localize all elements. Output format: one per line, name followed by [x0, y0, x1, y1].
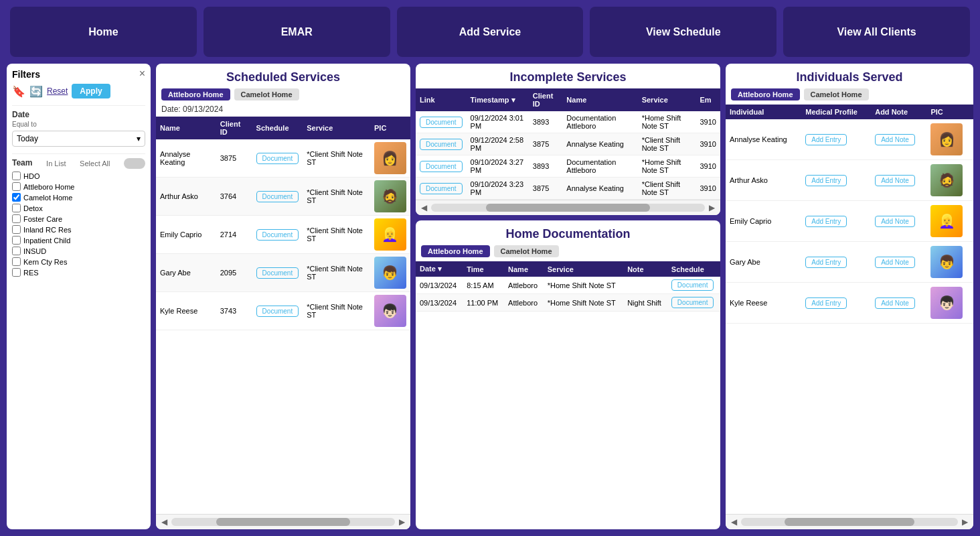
individuals-scroll[interactable]: Individual Medical Profile Add Note PIC …	[726, 105, 973, 514]
doc-btn-gary[interactable]: Document	[256, 267, 299, 279]
apply-button[interactable]: Apply	[72, 84, 110, 98]
individuals-scrollbar[interactable]: ◀ ▶	[726, 514, 973, 529]
add-note-gary[interactable]: Add Note	[875, 257, 915, 268]
col-homedoc-service: Service	[544, 261, 623, 277]
team-checkbox-inland[interactable]	[12, 225, 21, 234]
avatar-ind-gary: 👦	[930, 246, 963, 278]
add-note-kyle[interactable]: Add Note	[875, 297, 915, 309]
add-entry-annalyse[interactable]: Add Entry	[805, 134, 847, 145]
incomplete-title: Incomplete Services	[416, 64, 720, 88]
team-filter: Team In List Select All HDO Attleboro Ho…	[12, 158, 145, 279]
close-icon[interactable]: ×	[139, 68, 145, 80]
incomplete-scrollbar[interactable]: ◀ ▶	[416, 200, 720, 215]
avatar-arthur: 🧔	[374, 180, 406, 212]
individuals-tabs: Attleboro Home Camelot Home	[726, 88, 973, 105]
tab-camelot-homedoc[interactable]: Camelot Home	[494, 245, 559, 257]
view-schedule-button[interactable]: View Schedule	[590, 7, 777, 57]
filter-title: Filters	[12, 69, 145, 80]
tab-attleboro-homedoc[interactable]: Attleboro Home	[421, 245, 490, 257]
team-item-hdo: HDO	[12, 172, 145, 180]
select-all-toggle[interactable]	[124, 158, 145, 169]
col-timestamp: Timestamp ▾	[467, 88, 529, 111]
main-content: Filters × 🔖 🔄 Reset Apply Date Equal to …	[0, 64, 980, 536]
table-row: 09/13/2024 8:15 AM Attleboro *Home Shift…	[416, 277, 720, 294]
individuals-scroll-left-icon[interactable]: ◀	[731, 517, 737, 527]
team-checkbox-detox[interactable]	[12, 204, 21, 212]
table-row: Document 09/10/2024 3:23 PM 3875 Annalys…	[416, 178, 720, 200]
filter-actions: 🔖 🔄 Reset Apply	[12, 84, 145, 98]
table-row: Document 09/10/2024 3:27 PM 3893 Documen…	[416, 155, 720, 178]
col-homedoc-schedule: Schedule	[667, 261, 720, 277]
view-all-clients-button[interactable]: View All Clients	[783, 7, 970, 57]
scroll-left-icon[interactable]: ◀	[161, 517, 167, 527]
table-row: Arthur Asko Add Entry Add Note 🧔	[726, 160, 973, 201]
add-note-annalyse[interactable]: Add Note	[875, 134, 915, 145]
col-service2: Service	[638, 88, 696, 111]
team-item-kern: Kern Cty Res	[12, 257, 145, 266]
add-note-emily[interactable]: Add Note	[875, 216, 915, 227]
doc-btn-kyle[interactable]: Document	[256, 306, 299, 317]
incomplete-scroll-left-icon[interactable]: ◀	[421, 203, 427, 212]
col-link: Link	[416, 88, 467, 111]
add-entry-arthur[interactable]: Add Entry	[805, 175, 847, 186]
col-addnote: Add Note	[871, 105, 926, 119]
emar-button[interactable]: EMAR	[203, 7, 390, 57]
doc-btn-arthur[interactable]: Document	[256, 191, 299, 202]
home-button[interactable]: Home	[10, 7, 197, 57]
team-checkbox-inpatient[interactable]	[12, 236, 21, 245]
team-item-foster: Foster Care	[12, 214, 145, 223]
incomplete-doc-1[interactable]: Document	[420, 117, 463, 128]
team-checkbox-hdo[interactable]	[12, 172, 21, 180]
refresh-icon[interactable]: 🔄	[29, 85, 43, 98]
reset-button[interactable]: Reset	[47, 86, 68, 96]
individuals-scroll-right-icon[interactable]: ▶	[962, 517, 968, 527]
team-in-list: In List	[46, 159, 66, 168]
team-checkbox-insud[interactable]	[12, 247, 21, 255]
incomplete-doc-3[interactable]: Document	[420, 161, 463, 172]
add-entry-kyle[interactable]: Add Entry	[805, 297, 847, 309]
homedoc-title: Home Documentation	[416, 220, 720, 245]
incomplete-doc-2[interactable]: Document	[420, 139, 463, 150]
table-row: 09/13/2024 11:00 PM Attleboro *Home Shif…	[416, 294, 720, 312]
col-date: Date ▾	[416, 261, 463, 277]
incomplete-scroll[interactable]: Link Timestamp ▾ Client ID Name Service …	[416, 88, 720, 200]
date-select[interactable]: Today ▾	[12, 131, 145, 147]
scroll-right-icon[interactable]: ▶	[399, 517, 405, 527]
main-columns: Scheduled Services Attleboro Home Camelo…	[156, 64, 973, 529]
col-name2: Name	[562, 88, 637, 111]
doc-btn-emily[interactable]: Document	[256, 229, 299, 241]
homedoc-doc-1[interactable]: Document	[671, 279, 714, 291]
doc-btn-annalyse[interactable]: Document	[256, 153, 299, 164]
incomplete-doc-4[interactable]: Document	[420, 183, 463, 194]
tab-camelot-scheduled[interactable]: Camelot Home	[234, 88, 299, 100]
incomplete-scroll-right-icon[interactable]: ▶	[709, 203, 715, 212]
add-entry-emily[interactable]: Add Entry	[805, 216, 847, 227]
avatar-annalyse: 👩	[374, 142, 406, 174]
add-service-button[interactable]: Add Service	[397, 7, 584, 57]
incomplete-services-panel: Incomplete Services Link Timestamp ▾ Cli…	[416, 64, 720, 215]
team-checkbox-foster[interactable]	[12, 214, 21, 223]
team-checkbox-res[interactable]	[12, 268, 21, 277]
col-individual: Individual	[726, 105, 801, 119]
homedoc-doc-2[interactable]: Document	[671, 297, 714, 308]
avatar-kyle: 👦🏻	[374, 295, 406, 327]
team-item-res: RES	[12, 268, 145, 277]
scheduled-tabs: Attleboro Home Camelot Home	[156, 88, 410, 105]
tab-attleboro-individuals[interactable]: Attleboro Home	[731, 88, 800, 100]
scheduled-scroll[interactable]: Name Client ID Schedule Service PIC Anna…	[156, 117, 410, 514]
tab-camelot-individuals[interactable]: Camelot Home	[804, 88, 869, 100]
col-schedule: Schedule	[252, 117, 303, 139]
scheduled-scrollbar[interactable]: ◀ ▶	[156, 514, 410, 529]
homedoc-scroll[interactable]: Date ▾ Time Name Service Note Schedule 0…	[416, 261, 720, 529]
tab-attleboro-scheduled[interactable]: Attleboro Home	[161, 88, 230, 100]
team-checkbox-attleboro[interactable]	[12, 182, 21, 191]
incomplete-table: Link Timestamp ▾ Client ID Name Service …	[416, 88, 720, 200]
table-row: Gary Abe 2095 Document *Client Shift Not…	[156, 254, 410, 292]
team-item-camelot: Camelot Home	[12, 193, 145, 202]
add-entry-gary[interactable]: Add Entry	[805, 257, 847, 268]
bookmark-icon[interactable]: 🔖	[12, 85, 25, 98]
team-checkbox-camelot[interactable]	[12, 193, 21, 202]
add-note-arthur[interactable]: Add Note	[875, 175, 915, 186]
team-checkbox-kern[interactable]	[12, 257, 21, 266]
date-filter: Date Equal to Today ▾	[12, 110, 145, 147]
